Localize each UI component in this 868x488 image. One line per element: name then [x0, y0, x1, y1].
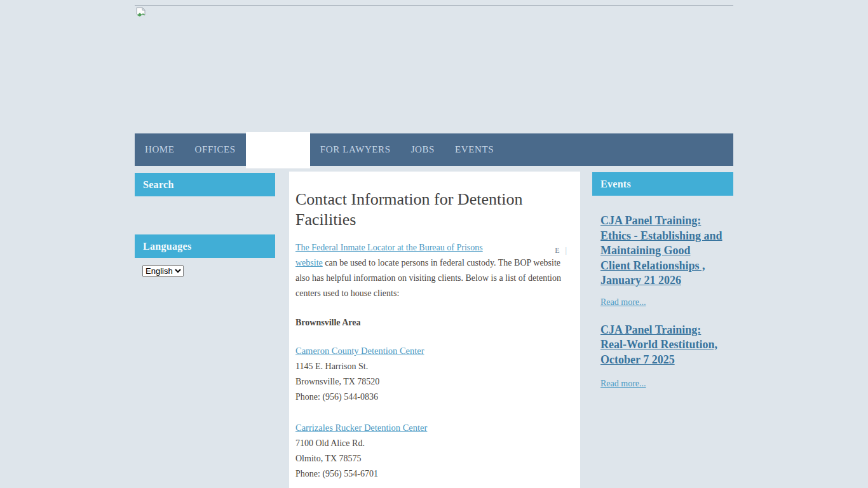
facility-address-line1: 1145 E. Harrison St.	[295, 362, 368, 371]
main-navigation: HOME OFFICES FOR LAWYERS JOBS EVENTS	[135, 133, 733, 166]
nav-item-active-tab[interactable]	[246, 132, 310, 168]
page-title: Contact Information for Detention Facili…	[295, 189, 562, 230]
email-icon[interactable]: E	[555, 246, 559, 255]
main-content-panel: Contact Information for Detention Facili…	[289, 172, 580, 488]
page-container: HOME OFFICES FOR LAWYERS JOBS EVENTS Sea…	[135, 0, 733, 488]
search-section-header: Search	[135, 173, 275, 196]
events-section-header: Events	[592, 172, 733, 196]
share-tools: E|	[508, 243, 572, 254]
top-divider	[135, 5, 733, 6]
events-sidebar: CJA Panel Training: Ethics - Establishin…	[592, 196, 733, 389]
intro-text: can be used to locate persons in federal…	[295, 258, 561, 298]
languages-section-header: Languages	[135, 234, 275, 258]
intro-paragraph: E|The Federal Inmate Locator at the Bure…	[295, 240, 572, 301]
area-heading: Brownsville Area	[295, 318, 572, 328]
facility-link-cameron-county[interactable]: Cameron County Detention Center	[295, 346, 424, 356]
facility-entry: Cameron County Detention Center 1145 E. …	[295, 343, 572, 405]
share-separator: |	[566, 246, 567, 255]
event-link-cja-ethics[interactable]: CJA Panel Training: Ethics - Establishin…	[600, 214, 722, 288]
facility-address-line1: 7100 Old Alice Rd.	[295, 438, 365, 448]
nav-item-offices[interactable]: OFFICES	[185, 133, 246, 166]
read-more-link[interactable]: Read more...	[600, 297, 646, 308]
facility-phone: Phone: (956) 554-6701	[295, 469, 378, 478]
event-link-cja-restitution[interactable]: CJA Panel Training: Real-World Restituti…	[600, 323, 722, 368]
language-select[interactable]: English	[142, 265, 184, 277]
read-more-link[interactable]: Read more...	[600, 379, 646, 389]
facility-link-carrizales-rucker[interactable]: Carrizales Rucker Detention Center	[295, 423, 427, 433]
facility-phone: Phone: (956) 544-0836	[295, 392, 378, 402]
nav-item-events[interactable]: EVENTS	[445, 133, 504, 166]
nav-item-jobs[interactable]: JOBS	[401, 133, 445, 166]
facility-address-line2: Olmito, TX 78575	[295, 454, 362, 463]
nav-item-for-lawyers[interactable]: FOR LAWYERS	[310, 133, 401, 166]
facility-address-line2: Brownsville, TX 78520	[295, 377, 379, 386]
facility-entry: Carrizales Rucker Detention Center 7100 …	[295, 420, 572, 482]
broken-image-icon	[135, 7, 147, 18]
nav-item-home[interactable]: HOME	[135, 133, 185, 166]
